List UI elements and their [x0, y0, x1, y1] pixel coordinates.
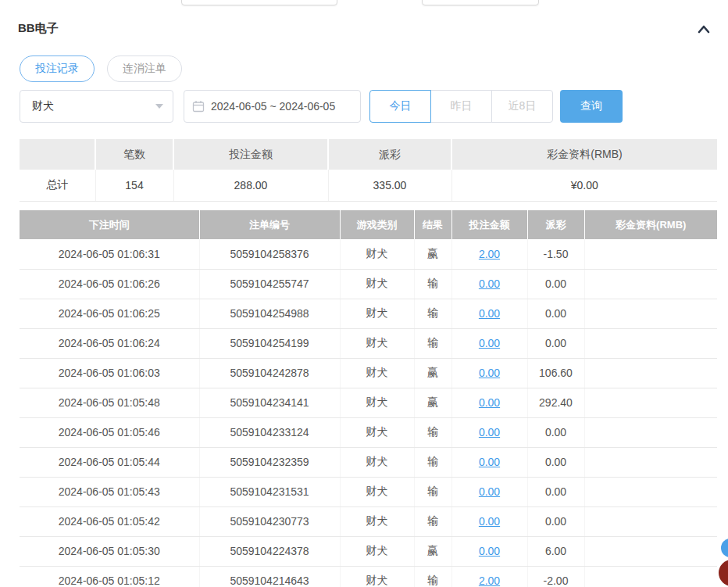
bet-amount-link[interactable]: 0.00 [479, 426, 500, 438]
summary-header-row: 笔数 投注金额 派彩 彩金资料(RMB) [20, 139, 717, 170]
yesterday-button[interactable]: 昨日 [430, 90, 492, 123]
table-row: 2024-06-05 01:05:46 5059104233124 财犬 输 0… [20, 417, 717, 447]
bonus-cell [584, 358, 717, 388]
bet-amount-cell: 0.00 [451, 477, 527, 506]
game-type-cell: 财犬 [340, 536, 414, 566]
bet-amount-link[interactable]: 2.00 [479, 574, 500, 587]
collapse-section-button[interactable] [696, 23, 712, 35]
bet-amount-link[interactable]: 0.00 [479, 545, 500, 557]
betting-records-page: BB电子 投注记录 连消注单 财犬 [0, 0, 728, 587]
bet-amount-cell: 0.00 [451, 417, 527, 447]
bonus-cell [584, 239, 717, 269]
result-cell: 输 [414, 299, 451, 328]
bet-time-cell: 2024-06-05 01:05:42 [20, 506, 199, 536]
bet-amount-link[interactable]: 0.00 [479, 485, 500, 498]
header-game-type: 游戏类别 [340, 210, 414, 239]
result-cell: 赢 [414, 358, 451, 388]
table-row: 2024-06-05 01:05:12 5059104214643 财犬 输 2… [20, 566, 717, 587]
bet-amount-link[interactable]: 0.00 [479, 307, 500, 320]
bet-time-cell: 2024-06-05 01:05:30 [20, 536, 199, 566]
detail-header-row: 下注时间 注单编号 游戏类别 结果 投注金额 派彩 彩金资料(RMB) [20, 210, 717, 239]
game-type-cell: 财犬 [340, 299, 414, 328]
payout-cell: 0.00 [527, 447, 584, 477]
bonus-cell [584, 269, 717, 299]
bet-amount-link[interactable]: 0.00 [479, 277, 500, 290]
total-bonus: ¥0.00 [451, 170, 717, 201]
bonus-cell [584, 566, 717, 587]
chevron-down-icon [155, 104, 163, 109]
game-type-cell: 财犬 [340, 388, 414, 417]
bet-amount-link[interactable]: 0.00 [479, 337, 500, 349]
game-select-value: 财犬 [32, 99, 54, 113]
order-number-cell: 5059104232359 [199, 447, 340, 477]
payout-cell: 0.00 [527, 477, 584, 506]
bet-amount-link[interactable]: 2.00 [479, 248, 500, 260]
result-cell: 输 [414, 328, 451, 358]
total-count: 154 [95, 170, 173, 201]
header-payout: 派彩 [527, 210, 584, 239]
total-label: 总计 [20, 170, 95, 201]
order-number-cell: 5059104254988 [199, 299, 340, 328]
bet-amount-cell: 0.00 [451, 447, 527, 477]
header-order-number: 注单编号 [199, 210, 340, 239]
tab-betting-records[interactable]: 投注记录 [20, 55, 95, 82]
search-button[interactable]: 查询 [560, 90, 623, 123]
bonus-cell [584, 536, 717, 566]
last-8-days-button[interactable]: 近8日 [491, 90, 553, 123]
floating-service-button[interactable] [721, 539, 728, 557]
game-select[interactable]: 财犬 [20, 90, 173, 123]
calendar-icon [192, 100, 205, 113]
bet-amount-link[interactable]: 0.00 [479, 456, 500, 468]
bet-amount-cell: 0.00 [451, 299, 527, 328]
order-number-cell: 5059104254199 [199, 328, 340, 358]
summary-header-empty [20, 139, 95, 170]
bonus-cell [584, 299, 717, 328]
bet-amount-link[interactable]: 0.00 [479, 515, 500, 528]
header-bonus: 彩金资料(RMB) [584, 210, 717, 239]
game-type-cell: 财犬 [340, 506, 414, 536]
table-row: 2024-06-05 01:06:25 5059104254988 财犬 输 0… [20, 299, 717, 328]
tab-cancelled-orders[interactable]: 连消注单 [107, 55, 182, 82]
bet-amount-cell: 0.00 [451, 506, 527, 536]
bonus-cell [584, 388, 717, 417]
top-partial-input-1[interactable] [181, 0, 337, 5]
date-range-input[interactable]: 2024-06-05 ~ 2024-06-05 [184, 90, 361, 123]
order-number-cell: 5059104214643 [199, 566, 340, 587]
header-bet-time: 下注时间 [20, 210, 199, 239]
quick-range-group: 今日 昨日 近8日 [369, 90, 553, 123]
table-row: 2024-06-05 01:05:42 5059104230773 财犬 输 0… [20, 506, 717, 536]
order-number-cell: 5059104233124 [199, 417, 340, 447]
result-cell: 输 [414, 477, 451, 506]
order-number-cell: 5059104231531 [199, 477, 340, 506]
game-type-cell: 财犬 [340, 447, 414, 477]
game-type-cell: 财犬 [340, 269, 414, 299]
payout-cell: 0.00 [527, 506, 584, 536]
bet-time-cell: 2024-06-05 01:06:26 [20, 269, 199, 299]
today-button[interactable]: 今日 [369, 90, 431, 123]
bonus-cell [584, 328, 717, 358]
total-payout: 335.00 [328, 170, 451, 201]
result-cell: 赢 [414, 388, 451, 417]
floating-action-button[interactable] [719, 560, 728, 586]
bonus-cell [584, 506, 717, 536]
game-type-cell: 财犬 [340, 417, 414, 447]
payout-cell: 0.00 [527, 328, 584, 358]
result-cell: 赢 [414, 239, 451, 269]
result-cell: 输 [414, 447, 451, 477]
bet-time-cell: 2024-06-05 01:06:03 [20, 358, 199, 388]
header-bet-amount: 投注金额 [451, 210, 527, 239]
bet-amount-link[interactable]: 0.00 [479, 396, 500, 409]
order-number-cell: 5059104224378 [199, 536, 340, 566]
bet-amount-link[interactable]: 0.00 [479, 367, 500, 379]
payout-cell: 106.60 [527, 358, 584, 388]
payout-cell: -1.50 [527, 239, 584, 269]
bet-time-cell: 2024-06-05 01:06:25 [20, 299, 199, 328]
game-type-cell: 财犬 [340, 358, 414, 388]
top-partial-input-2[interactable] [422, 0, 539, 5]
page-title: BB电子 [18, 21, 59, 36]
payout-cell: 0.00 [527, 269, 584, 299]
summary-header-bonus: 彩金资料(RMB) [451, 139, 717, 170]
result-cell: 输 [414, 566, 451, 587]
result-cell: 赢 [414, 536, 451, 566]
summary-header-bet-amount: 投注金额 [173, 139, 328, 170]
